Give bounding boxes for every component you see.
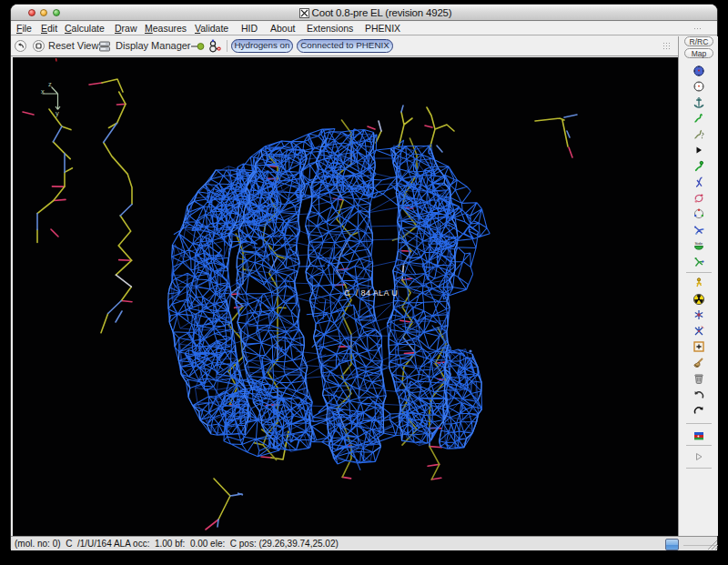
svg-text:z: z [48,80,52,88]
svg-text:y: y [56,109,59,117]
svg-text:Side: Side [694,241,703,246]
svg-text:C / 84 ALA U: C / 84 ALA U [344,288,398,298]
svg-text:x: x [41,87,45,96]
